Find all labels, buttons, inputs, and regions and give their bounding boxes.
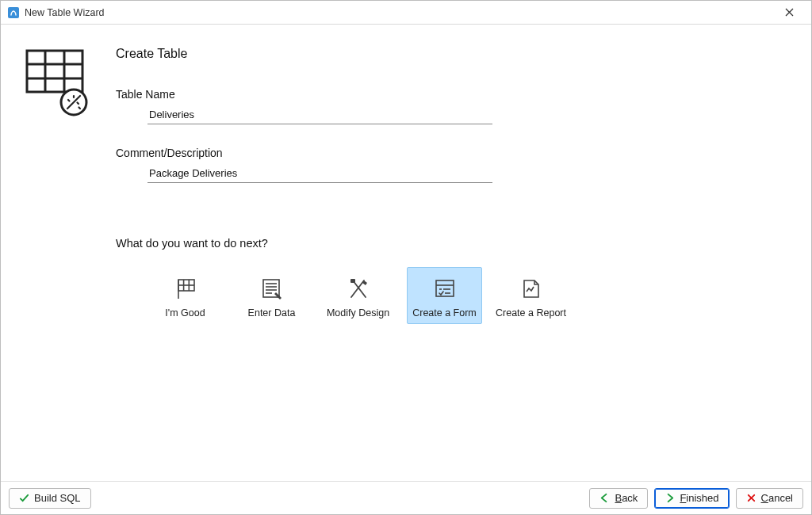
finished-button[interactable]: Finished [654, 488, 729, 509]
table-name-label: Table Name [116, 88, 718, 101]
option-label: Enter Data [248, 307, 296, 319]
option-enter-data[interactable]: Enter Data [234, 267, 309, 324]
option-label: I'm Good [165, 307, 205, 319]
sheet-edit-icon [260, 276, 284, 303]
button-label: Back [615, 492, 638, 504]
wizard-page-icon [25, 47, 116, 473]
option-label: Create a Form [412, 307, 477, 319]
wizard-main: Create Table Table Name Comment/Descript… [116, 47, 718, 473]
x-icon [746, 493, 756, 503]
wizard-window: New Table Wizard [0, 0, 812, 515]
table-name-field-wrap: Table Name [116, 88, 718, 124]
button-label: Cancel [761, 492, 793, 504]
app-icon [7, 6, 20, 19]
wizard-body: Create Table Table Name Comment/Descript… [1, 25, 811, 481]
arrow-right-icon [665, 493, 675, 503]
svg-rect-23 [436, 280, 454, 296]
comment-field-wrap: Comment/Description [116, 147, 718, 183]
svg-line-9 [68, 100, 70, 101]
window-title: New Table Wizard [25, 7, 773, 18]
close-icon [785, 8, 794, 17]
button-label: Build SQL [34, 492, 81, 504]
svg-line-11 [79, 108, 81, 109]
svg-rect-0 [8, 7, 19, 18]
option-create-form[interactable]: Create a Form [407, 267, 482, 324]
svg-rect-22 [350, 279, 355, 283]
check-icon [19, 493, 29, 503]
arrow-left-icon [599, 493, 610, 503]
window-close-button[interactable] [773, 2, 805, 24]
wizard-footer: Build SQL Back Finished Cancel [1, 481, 811, 514]
option-modify-design[interactable]: Modify Design [320, 267, 396, 324]
page-heading: Create Table [116, 47, 718, 61]
option-label: Modify Design [327, 307, 389, 319]
form-icon [433, 276, 457, 303]
button-label: Finished [680, 492, 718, 504]
option-label: Create a Report [496, 307, 566, 319]
next-action-options: I'm Good Enter Data Modify Design [147, 267, 718, 324]
report-icon [519, 276, 543, 303]
svg-line-10 [78, 103, 79, 105]
back-button[interactable]: Back [589, 488, 648, 509]
option-im-good[interactable]: I'm Good [147, 267, 223, 324]
table-name-input[interactable] [147, 105, 492, 124]
flag-grid-icon [174, 276, 197, 303]
build-sql-button[interactable]: Build SQL [9, 488, 91, 509]
comment-label: Comment/Description [116, 147, 718, 159]
next-action-heading: What do you want to do next? [116, 237, 718, 250]
tools-icon [347, 276, 370, 303]
cancel-button[interactable]: Cancel [736, 488, 803, 509]
comment-input[interactable] [147, 164, 492, 183]
option-create-report[interactable]: Create a Report [493, 267, 569, 324]
titlebar: New Table Wizard [1, 1, 811, 25]
svg-rect-1 [27, 51, 82, 92]
